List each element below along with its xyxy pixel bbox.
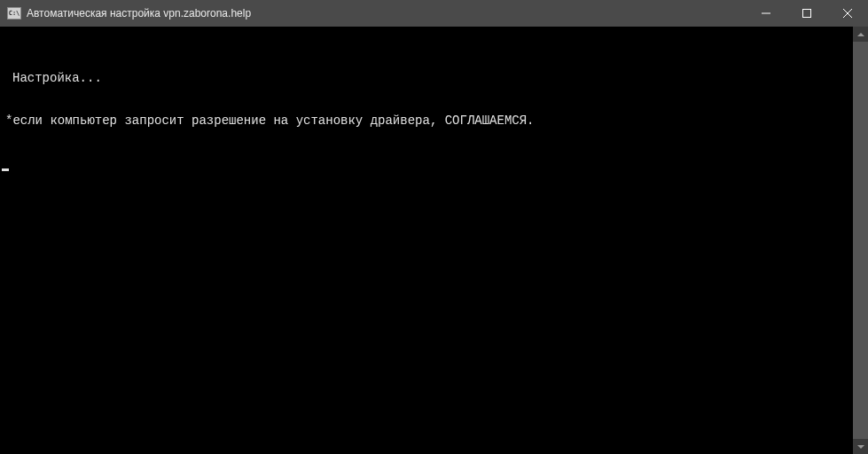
minimize-button[interactable] <box>746 0 786 27</box>
maximize-button[interactable] <box>786 0 827 27</box>
chevron-down-icon <box>857 445 864 449</box>
titlebar[interactable]: C:\ Автоматическая настройка vpn.zaboron… <box>0 0 868 27</box>
svg-rect-1 <box>803 10 811 18</box>
scroll-track[interactable] <box>853 42 868 439</box>
scroll-down-button[interactable] <box>853 439 868 454</box>
scroll-up-button[interactable] <box>853 27 868 42</box>
window-controls <box>746 0 868 27</box>
output-line: *если компьютер запросит разрешение на у… <box>5 114 853 128</box>
scrollbar[interactable] <box>853 27 868 454</box>
window-title: Автоматическая настройка vpn.zaborona.he… <box>27 7 746 20</box>
cursor <box>2 168 9 171</box>
terminal-output[interactable]: Настройка... *если компьютер запросит ра… <box>0 27 853 454</box>
cmd-icon: C:\ <box>7 7 21 20</box>
terminal-area: Настройка... *если компьютер запросит ра… <box>0 27 868 454</box>
scroll-thumb[interactable] <box>853 42 868 439</box>
close-button[interactable] <box>827 0 868 27</box>
output-line: Настройка... <box>5 71 853 85</box>
chevron-up-icon <box>857 33 864 36</box>
